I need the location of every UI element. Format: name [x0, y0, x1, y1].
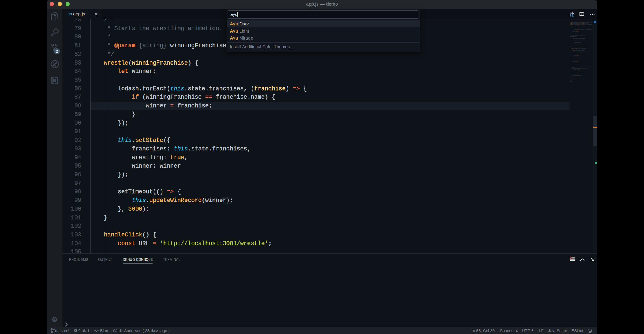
svg-text:JS: JS — [68, 12, 72, 16]
